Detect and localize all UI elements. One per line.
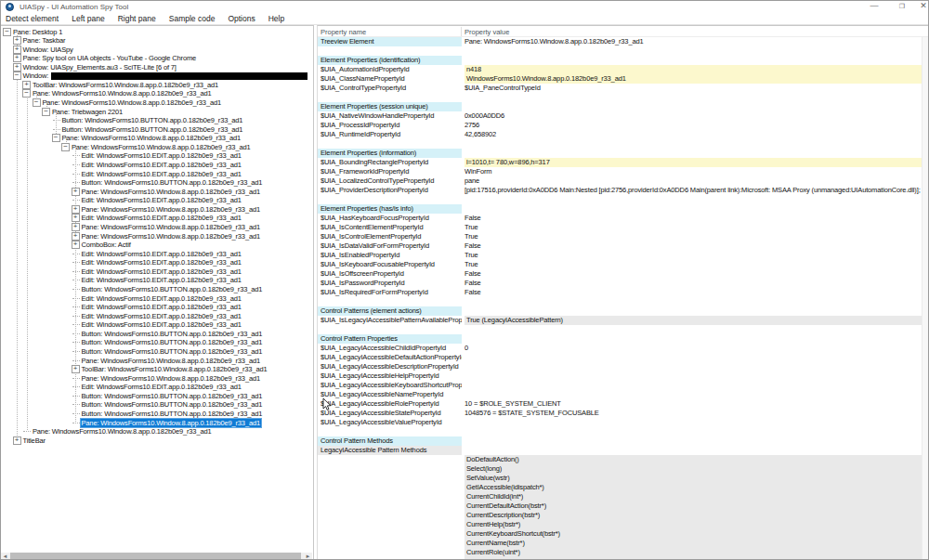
tree-item[interactable]: Button: WindowsForms10.BUTTON.app.0.182b… — [72, 329, 265, 338]
restore-button[interactable]: ❐ — [891, 1, 913, 12]
tree-item[interactable]: Pane: WindowsForms10.Window.8.app.0.182b… — [72, 373, 262, 383]
tree-item[interactable]: +Pane: WindowsForms10.Window.8.app.0.182… — [72, 223, 262, 232]
property-row[interactable]: Select(long) — [318, 464, 929, 474]
property-row[interactable]: $UIA_IsContentElementPropertyIdTrue — [318, 223, 929, 232]
collapse-icon[interactable]: − — [13, 72, 21, 80]
tree-item[interactable]: Edit: WindowsForms10.EDIT.app.0.182b0e9_… — [72, 320, 243, 330]
tree-item[interactable]: Edit: WindowsForms10.EDIT.app.0.182b0e9_… — [72, 169, 243, 178]
property-row[interactable]: $UIA_IsEnabledPropertyIdTrue — [318, 251, 929, 260]
property-row[interactable]: CurrentRole(uint*) — [318, 548, 929, 557]
tree-item[interactable]: −Pane: WindowsForms10.Window.8.app.0.182… — [22, 89, 213, 98]
property-row[interactable]: $UIA_NativeWindowHandlePropertyId0x000A0… — [318, 111, 929, 121]
property-row[interactable]: $UIA_HasKeyboardFocusPropertyIdFalse — [318, 214, 929, 223]
property-row[interactable]: $UIA_FrameworkIdPropertyIdWinForm — [318, 167, 929, 176]
property-row[interactable]: $UIA_IsRequiredForFormPropertyIdFalse — [318, 288, 929, 297]
property-row[interactable]: $UIA_LegacyIAccessibleKeyboardShortcutPr… — [318, 381, 929, 390]
tree-item[interactable]: +Window: UIASpy_Elements.au3 - SciTE-Lit… — [13, 62, 178, 72]
tree-item[interactable]: +Window: UIASpy — [13, 45, 75, 54]
menu-item-sample-code[interactable]: Sample code — [169, 14, 216, 23]
property-row[interactable]: Element Properties (information) — [318, 149, 929, 158]
property-row[interactable]: $UIA_LegacyIAccessibleNamePropertyId — [318, 390, 929, 399]
property-row[interactable]: $UIA_ControlTypePropertyId$UIA_PaneContr… — [318, 84, 929, 93]
menu-item-options[interactable]: Options — [228, 14, 255, 23]
tree-item[interactable]: +Edit: WindowsForms10.EDIT.app.0.182b0e9… — [72, 214, 243, 223]
property-row[interactable]: $UIA_LegacyIAccessibleStatePropertyId104… — [318, 409, 929, 418]
property-row[interactable]: $UIA_IsPasswordPropertyIdFalse — [318, 279, 929, 288]
tree-item[interactable]: Edit: WindowsForms10.EDIT.app.0.182b0e9_… — [72, 267, 243, 276]
property-row[interactable]: $UIA_LegacyIAccessibleHelpPropertyId — [318, 371, 929, 381]
menu-item-left-pane[interactable]: Left pane — [72, 14, 104, 23]
property-row[interactable]: GetIAccessible(idispatch*) — [318, 483, 929, 492]
collapse-icon[interactable]: − — [52, 134, 60, 142]
tree-item[interactable]: Button: WindowsForms10.BUTTON.app.0.182b… — [72, 400, 265, 410]
property-row[interactable]: $UIA_LocalizedControlTypePropertyIdpane — [318, 176, 929, 186]
tree-item[interactable]: Pane: WindowsForms10.Window.8.app.0.182b… — [72, 356, 262, 365]
property-row[interactable]: $UIA_IsLegacyIAccessiblePatternAvailable… — [318, 316, 929, 325]
tree-item[interactable]: +Pane: Spy tool on UIA objects - YouTube… — [13, 54, 199, 63]
property-row[interactable]: SetValue(wstr) — [318, 474, 929, 483]
collapse-icon[interactable]: − — [33, 98, 41, 107]
property-row[interactable]: CurrentDefaultAction(bstr*) — [318, 501, 929, 511]
expand-icon[interactable]: + — [72, 365, 80, 373]
tree-item[interactable]: +Pane: WindowsForms10.Window.8.app.0.182… — [72, 187, 262, 196]
tree-item[interactable]: Edit: WindowsForms10.EDIT.app.0.182b0e9_… — [72, 196, 243, 205]
property-row[interactable]: CurrentName(bstr*) — [318, 539, 929, 548]
menu-item-right-pane[interactable]: Right pane — [118, 14, 156, 23]
tree-item[interactable]: Edit: WindowsForms10.EDIT.app.0.182b0e9_… — [72, 151, 243, 161]
tree-item[interactable]: +ToolBar: WindowsForms10.Window.8.app.0.… — [72, 365, 269, 374]
property-row[interactable]: $UIA_IsDataValidForFormPropertyIdFalse — [318, 241, 929, 251]
property-row[interactable]: Control Pattern Methods — [318, 436, 929, 446]
property-row[interactable]: $UIA_LegacyIAccessibleDescriptionPropert… — [318, 362, 929, 371]
property-row[interactable]: $UIA_BoundingRectanglePropertyIdl=1010,t… — [318, 158, 929, 167]
property-row[interactable]: Element Properties (session unique) — [318, 102, 929, 111]
tree-item[interactable]: −Pane: Triebwagen 2201 — [42, 107, 124, 116]
horizontal-scrollbar[interactable]: ◄ ► — [1, 553, 312, 560]
collapse-icon[interactable]: − — [42, 108, 50, 116]
tree-item[interactable]: +Pane: Taskbar — [13, 36, 68, 46]
property-row[interactable]: CurrentKeyboardShortcut(bstr*) — [318, 529, 929, 539]
tree-item[interactable]: +ToolBar: WindowsForms10.Window.8.app.0.… — [22, 80, 220, 89]
property-row[interactable]: Control Pattern Properties — [318, 334, 929, 344]
tree-item[interactable]: −Pane: WindowsForms10.Window.8.app.0.182… — [33, 98, 223, 108]
expand-icon[interactable]: + — [13, 36, 21, 45]
tree-item[interactable]: +Pane: WindowsForms10.Window.8.app.0.182… — [72, 231, 262, 241]
tree-item[interactable]: +Pane: WindowsForms10.Window.8.app.0.182… — [72, 204, 262, 214]
tree-item-selected[interactable]: Pane: WindowsForms10.Window.8.app.0.182b… — [72, 418, 262, 427]
collapse-icon[interactable]: − — [61, 143, 70, 151]
tree-item[interactable]: Edit: WindowsForms10.EDIT.app.0.182b0e9_… — [72, 276, 243, 285]
tree-item[interactable]: Button: WindowsForms10.BUTTON.app.0.182b… — [72, 178, 265, 188]
scroll-right-icon[interactable]: ► — [304, 553, 312, 560]
property-row[interactable]: $UIA_LegacyIAccessibleChildIdPropertyId0 — [318, 344, 929, 353]
expand-icon[interactable]: + — [13, 436, 21, 445]
collapse-icon[interactable]: − — [22, 89, 31, 98]
tree-item[interactable]: Button: WindowsForms10.BUTTON.app.0.182b… — [72, 347, 265, 357]
close-button[interactable]: ✕ — [917, 1, 929, 12]
tree-item[interactable]: Edit: WindowsForms10.EDIT.app.0.182b0e9_… — [72, 303, 243, 312]
expand-icon[interactable]: + — [72, 241, 80, 249]
tree-item[interactable]: −Pane: Desktop 1 — [3, 27, 64, 36]
scrollbar-thumb[interactable] — [10, 553, 301, 560]
menu-item-detect-element[interactable]: Detect element — [6, 14, 59, 23]
property-row[interactable]: Control Patterns (element actions) — [318, 306, 929, 316]
tree-item[interactable]: Button: WindowsForms10.BUTTON.app.0.182b… — [52, 116, 245, 125]
property-row[interactable]: Element Properties (has/is info) — [318, 204, 929, 214]
tree-item[interactable]: Pane: WindowsForms10.Window.8.app.0.182b… — [22, 427, 213, 436]
property-row[interactable]: $UIA_AutomationIdPropertyIdn418 — [318, 65, 929, 74]
tree-item[interactable]: Edit: WindowsForms10.EDIT.app.0.182b0e9_… — [72, 258, 243, 267]
property-row[interactable]: Element Properties (identification) — [318, 56, 929, 65]
property-row[interactable]: $UIA_IsOffscreenPropertyIdFalse — [318, 269, 929, 279]
property-row[interactable]: $UIA_IsControlElementPropertyIdTrue — [318, 232, 929, 241]
property-row[interactable]: $UIA_LegacyIAccessibleRolePropertyId10 =… — [318, 399, 929, 409]
tree-item[interactable]: −Pane: WindowsForms10.Window.8.app.0.182… — [52, 134, 242, 143]
tree-item[interactable]: Edit: WindowsForms10.EDIT.app.0.182b0e9_… — [72, 249, 243, 258]
property-row[interactable]: $UIA_ProcessIdPropertyId2756 — [318, 121, 929, 130]
menu-item-help[interactable]: Help — [268, 14, 284, 23]
tree-item[interactable]: +TitleBar — [13, 436, 47, 445]
property-row[interactable]: CurrentChildId(int*) — [318, 492, 929, 501]
tree-item[interactable]: +ComboBox: Actif — [72, 241, 133, 250]
scroll-left-icon[interactable]: ◄ — [1, 553, 9, 560]
minimize-button[interactable]: — — [863, 1, 885, 12]
expand-icon[interactable]: + — [13, 54, 21, 62]
property-row[interactable]: $UIA_LegacyIAccessibleValuePropertyId — [318, 418, 929, 427]
property-row[interactable]: $UIA_ClassNamePropertyIdWindowsForms10.W… — [318, 74, 929, 84]
